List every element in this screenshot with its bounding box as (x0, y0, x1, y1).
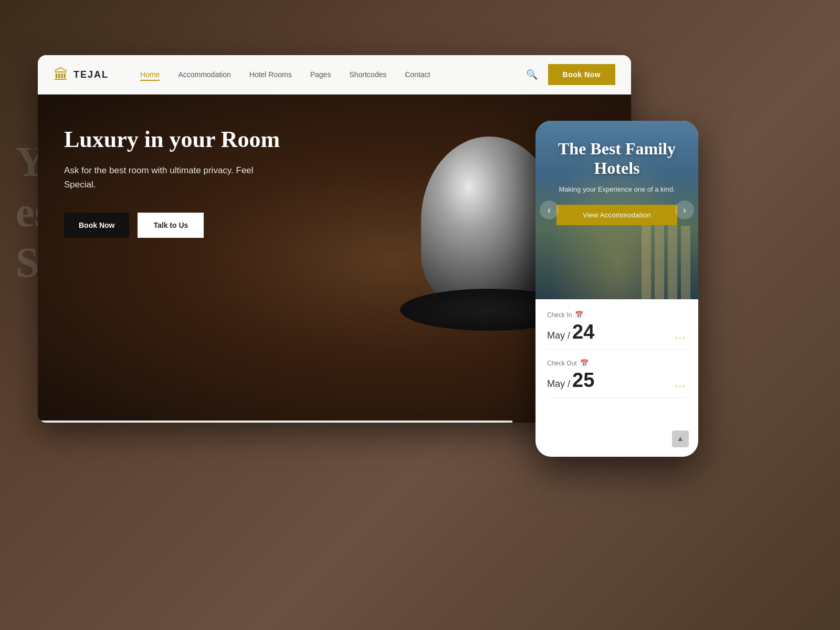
hero-subtitle: Ask for the best room with ultimate priv… (64, 163, 285, 192)
checkin-field: Check In 📅 May / 24 ... (547, 311, 687, 350)
checkout-dots[interactable]: ... (675, 379, 687, 390)
checkin-calendar-icon: 📅 (575, 311, 583, 319)
view-accommodation-button[interactable]: View Accommodation (556, 205, 677, 225)
navbar: 🏛 TEJAL Home Accommodation Hotel Rooms P… (38, 55, 631, 94)
slide-prev-button[interactable]: ‹ (540, 201, 559, 219)
hero-title: Luxury in your Room (64, 126, 358, 154)
logo-area: 🏛 TEJAL (54, 66, 109, 83)
checkout-label: Check Out 📅 (547, 359, 687, 367)
nav-shortcodes[interactable]: Shortcodes (349, 70, 386, 79)
nav-home[interactable]: Home (140, 70, 160, 79)
checkin-text: Check In (547, 311, 572, 319)
slide-next-button[interactable]: › (675, 201, 694, 219)
checkin-dots[interactable]: ... (675, 330, 687, 341)
checkin-date: May / 24 (547, 322, 594, 342)
search-button[interactable]: 🔍 (526, 69, 538, 80)
checkout-text: Check Out (547, 360, 577, 367)
nav-right: 🔍 Book Now (526, 64, 615, 85)
mobile-mockup: ‹ › The Best Family Hotels Making your E… (536, 121, 698, 457)
mobile-booking-form: Check In 📅 May / 24 ... Check Out 📅 May … (536, 299, 698, 398)
hero-buttons: Book Now Talk to Us (64, 213, 605, 238)
checkout-date: May / 25 (547, 370, 594, 390)
checkout-month: May / (547, 379, 570, 389)
logo-icon: 🏛 (54, 66, 68, 83)
nav-pages[interactable]: Pages (310, 70, 331, 79)
nav-links: Home Accommodation Hotel Rooms Pages Sho… (140, 70, 526, 79)
nav-book-now-button[interactable]: Book Now (548, 64, 615, 85)
checkin-day: 24 (572, 321, 594, 343)
checkin-month: May / (547, 330, 570, 341)
mobile-hero-text: The Best Family Hotels Making your Exper… (536, 121, 698, 236)
hero-talk-button[interactable]: Talk to Us (138, 213, 204, 238)
scroll-up-button[interactable]: ▲ (672, 430, 689, 447)
progress-bar (38, 421, 512, 423)
nav-accommodation[interactable]: Accommodation (178, 70, 230, 79)
checkin-label: Check In 📅 (547, 311, 687, 319)
mobile-hero-image: ‹ › The Best Family Hotels Making your E… (536, 121, 698, 299)
mobile-hero-subtitle: Making your Experience one of a kind. (546, 184, 688, 195)
checkin-value[interactable]: May / 24 ... (547, 322, 687, 342)
checkout-value[interactable]: May / 25 ... (547, 370, 687, 390)
nav-hotel-rooms[interactable]: Hotel Rooms (249, 70, 292, 79)
mobile-hero-title: The Best Family Hotels (546, 139, 688, 178)
checkout-field: Check Out 📅 May / 25 ... (547, 359, 687, 398)
hero-book-now-button[interactable]: Book Now (64, 213, 129, 238)
checkout-calendar-icon: 📅 (580, 359, 589, 367)
logo-text: TEJAL (74, 69, 109, 80)
nav-contact[interactable]: Contact (405, 70, 430, 79)
checkout-day: 25 (572, 369, 594, 391)
